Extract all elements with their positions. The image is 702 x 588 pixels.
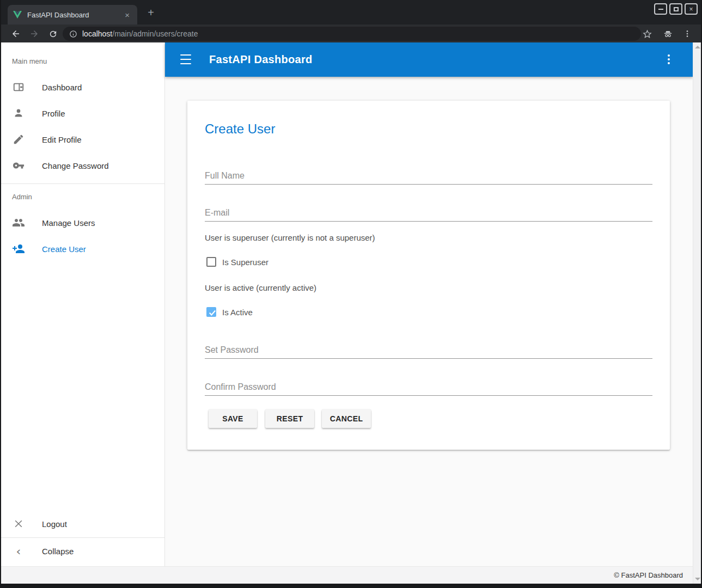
address-bar[interactable]: localhost/main/admin/users/create (63, 27, 641, 41)
set-password-input[interactable] (205, 341, 652, 359)
new-tab-button[interactable]: + (144, 5, 158, 20)
vue-favicon-icon (13, 11, 22, 19)
sidebar-item-create-user[interactable]: Create User (1, 236, 164, 262)
set-password-field-wrap (205, 341, 652, 359)
tab-strip: FastAPI Dashboard × + × (1, 0, 701, 24)
confirm-password-input[interactable] (205, 378, 652, 396)
sidebar-item-change-password[interactable]: Change Password (1, 152, 164, 179)
page-footer: © FastAPI Dashboard (1, 566, 693, 584)
sidebar: Main menu Dashboard Profile (1, 42, 165, 566)
sidebar-item-manage-users[interactable]: Manage Users (1, 210, 164, 236)
sidebar-item-collapse[interactable]: ‹ Collapse (1, 538, 164, 564)
chevron-left-icon: ‹ (12, 544, 25, 558)
sidebar-item-dashboard[interactable]: Dashboard (1, 74, 164, 100)
key-icon (12, 159, 25, 172)
sidebar-item-logout[interactable]: Logout (1, 511, 164, 537)
sidebar-item-label: Profile (42, 100, 65, 126)
vertical-scrollbar[interactable] (693, 42, 701, 584)
kebab-menu-icon (683, 29, 692, 38)
checkbox-unchecked-icon[interactable] (206, 257, 216, 267)
incognito-icon (663, 29, 673, 39)
bookmark-button[interactable] (640, 27, 654, 41)
window-controls: × (654, 3, 698, 15)
checkbox-checked-icon[interactable] (206, 307, 216, 317)
reload-button[interactable] (46, 27, 60, 41)
incognito-indicator (661, 27, 675, 41)
reset-button[interactable]: RESET (265, 409, 314, 428)
url-host: localhost (82, 29, 112, 38)
page-title: Create User (205, 121, 275, 137)
maximize-icon (674, 7, 679, 11)
window-minimize-button[interactable] (654, 3, 667, 15)
scroll-up-arrow-icon[interactable] (695, 46, 700, 48)
person-icon (12, 107, 25, 120)
browser-menu-button[interactable] (680, 27, 694, 41)
url-text: localhost/main/admin/users/create (82, 29, 198, 38)
sidebar-item-label: Logout (42, 511, 67, 537)
browser-tab[interactable]: FastAPI Dashboard × (8, 5, 137, 24)
app-header: FastAPI Dashboard (165, 42, 693, 77)
browser-window: FastAPI Dashboard × + × localhost/main/a… (0, 0, 702, 588)
copyright-text: © FastAPI Dashboard (614, 571, 683, 579)
confirm-password-field-wrap (205, 378, 652, 396)
superuser-hint: User is superuser (currently is not a su… (205, 233, 375, 242)
sidebar-item-label: Collapse (42, 538, 74, 564)
page-content: Main menu Dashboard Profile (1, 42, 701, 584)
forward-arrow-icon (29, 29, 39, 39)
sidebar-item-label: Create User (42, 236, 86, 262)
sidebar-section-admin: Admin (12, 193, 32, 201)
checkbox-label: Is Superuser (222, 258, 268, 267)
sidebar-item-label: Dashboard (42, 74, 82, 100)
pencil-icon (12, 133, 25, 146)
people-icon (12, 216, 25, 229)
dashboard-icon (12, 81, 25, 94)
save-button[interactable]: SAVE (209, 409, 257, 428)
person-add-icon (12, 242, 25, 255)
full-name-field-wrap (205, 167, 652, 185)
window-maximize-button[interactable] (669, 3, 682, 15)
email-field-wrap (205, 204, 652, 222)
full-name-input[interactable] (205, 167, 652, 185)
tab-title: FastAPI Dashboard (27, 11, 123, 19)
sidebar-item-label: Manage Users (42, 210, 95, 236)
sidebar-item-label: Change Password (42, 152, 109, 179)
back-arrow-icon (11, 29, 21, 39)
tab-close-icon[interactable]: × (123, 10, 132, 20)
back-button[interactable] (9, 27, 23, 41)
forward-button[interactable] (27, 27, 41, 41)
active-hint: User is active (currently active) (205, 283, 316, 292)
app-title: FastAPI Dashboard (209, 42, 313, 77)
minimize-icon (658, 9, 663, 10)
email-input[interactable] (205, 204, 652, 222)
hamburger-icon (180, 54, 191, 56)
url-path: /main/admin/users/create (112, 29, 198, 38)
sidebar-item-label: Edit Profile (42, 126, 82, 152)
reload-icon (48, 29, 58, 39)
browser-toolbar: localhost/main/admin/users/create (1, 24, 701, 42)
close-x-icon (12, 517, 25, 530)
hamburger-menu-button[interactable] (178, 52, 193, 67)
cancel-button[interactable]: CANCEL (322, 409, 371, 428)
create-user-card: Create User User is superuser (currently… (187, 101, 670, 450)
info-icon (69, 30, 77, 38)
app-menu-button[interactable] (661, 52, 676, 67)
star-icon (643, 29, 652, 39)
scroll-down-arrow-icon[interactable] (695, 578, 700, 580)
is-active-checkbox-row[interactable]: Is Active (206, 307, 253, 317)
window-close-button[interactable]: × (685, 3, 698, 15)
kebab-dots-icon (668, 54, 670, 57)
checkbox-label: Is Active (222, 308, 253, 317)
sidebar-divider (1, 183, 164, 184)
is-superuser-checkbox-row[interactable]: Is Superuser (206, 256, 268, 267)
sidebar-item-edit-profile[interactable]: Edit Profile (1, 126, 164, 152)
sidebar-section-main-menu: Main menu (12, 57, 47, 65)
sidebar-item-profile[interactable]: Profile (1, 100, 164, 126)
